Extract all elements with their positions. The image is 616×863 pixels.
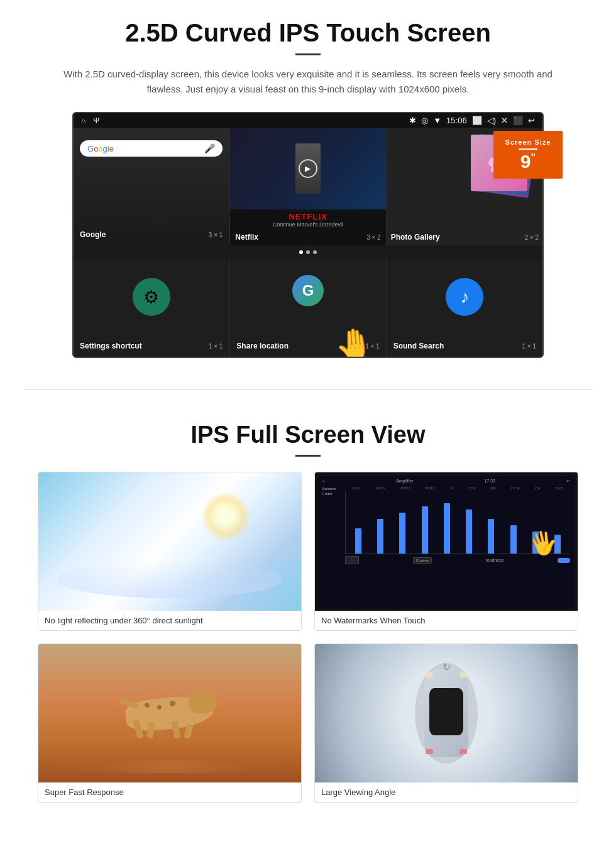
eq-toggle[interactable]: [558, 558, 570, 563]
app-cell-share-location[interactable]: G 🤚 Share location 1 × 1: [230, 259, 385, 357]
photo-gallery-app-size: 2 × 2: [524, 234, 539, 241]
status-bar: ⌂ Ψ ✱ ◎ ▼ 15:06 ⬜ ◁) ✕ ⬛ ↩: [74, 113, 542, 128]
volume-icon: ◁): [487, 116, 496, 125]
eq-title-text: Amplifier: [396, 479, 413, 484]
app-cell-sound-search[interactable]: ♪ Sound Search 1 × 1: [387, 259, 542, 357]
netflix-app-size: 3 × 2: [366, 234, 381, 241]
play-button[interactable]: ▶: [299, 159, 317, 178]
eq-screen: ⌂ Amplifier 17:33 ↩ Balance Fader 60hz10…: [319, 476, 574, 607]
google-logo: Google: [87, 144, 114, 153]
home-icon: ⌂: [81, 116, 85, 125]
app-cell-google[interactable]: Google 🎤 Google 3 × 1: [74, 128, 229, 245]
eq-bars: 🖐: [345, 491, 570, 554]
google-search-bar[interactable]: Google 🎤: [80, 140, 223, 157]
hand-icon: 🤚: [333, 325, 375, 358]
wifi-icon: ▼: [433, 116, 441, 125]
screen-size-badge: Screen Size 9": [493, 131, 563, 179]
feature-car: ↻ Large Viewing Angle: [314, 643, 578, 803]
app-grid-row2: ⚙ Settings shortcut 1 × 1 G 🤚 Share loca…: [74, 259, 542, 357]
dot-1: [299, 250, 303, 254]
settings-label-row: Settings shortcut 1 × 1: [80, 342, 223, 350]
eq-bar-7: [488, 519, 494, 554]
section-ips-fullscreen: IPS Full Screen View No light reflecting…: [0, 409, 616, 821]
dot-2: [306, 250, 310, 254]
photo-gallery-app-name: Photo Gallery: [391, 233, 440, 242]
netflix-subtitle: Continue Marvel's Daredevil: [235, 221, 380, 228]
eq-time: 17:33: [484, 479, 495, 484]
mic-icon: 🎤: [204, 143, 215, 153]
title-divider-2: [295, 455, 321, 457]
eq-bar-2: [377, 519, 383, 554]
eq-back-btn[interactable]: 〈←: [345, 556, 359, 564]
car-top-view: ↻: [412, 660, 481, 767]
cheetah-illustration: [113, 685, 226, 742]
netflix-app-name: Netflix: [235, 233, 258, 242]
netflix-logo: NETFLIX: [235, 212, 380, 221]
settings-icon: ⚙: [133, 278, 170, 316]
feature-equalizer: ⌂ Amplifier 17:33 ↩ Balance Fader 60hz10…: [314, 472, 578, 631]
app-cell-settings[interactable]: ⚙ Settings shortcut 1 × 1: [74, 259, 229, 357]
eq-loudness-label: loudness: [486, 558, 503, 562]
eq-bar-1: [355, 528, 361, 554]
usb-icon: Ψ: [93, 116, 99, 125]
title-divider: [295, 53, 321, 55]
eq-bar-3: [399, 513, 405, 554]
android-screen-mockup: ⌂ Ψ ✱ ◎ ▼ 15:06 ⬜ ◁) ✕ ⬛ ↩: [72, 112, 544, 358]
eq-bar-5: [444, 503, 450, 554]
back-icon: ↩: [528, 116, 535, 125]
eq-fader-label: Fader: [322, 491, 341, 496]
sunlight-image: [38, 472, 301, 611]
google-maps-icon: G: [292, 275, 324, 306]
badge-title: Screen Size: [500, 138, 556, 146]
touch-hand-icon: 🖐: [526, 527, 560, 560]
window-icon: ⬛: [513, 116, 523, 125]
netflix-info: NETFLIX Continue Marvel's Daredevil: [230, 209, 385, 231]
dot-3: [313, 250, 317, 254]
eq-home-icon: ⌂: [322, 479, 325, 484]
netflix-background: ▶: [230, 128, 385, 209]
location-icon: ◎: [421, 116, 428, 125]
status-bar-left: ⌂ Ψ: [81, 116, 99, 125]
google-label-row: Google 3 × 1: [80, 230, 223, 239]
google-app-size: 3 × 1: [209, 231, 223, 238]
app-cell-netflix[interactable]: ▶ NETFLIX Continue Marvel's Daredevil Ne…: [230, 128, 385, 245]
badge-size: 9": [500, 152, 556, 171]
eq-balance-label: Balance: [322, 486, 341, 491]
car-image: ↻: [315, 644, 578, 782]
eq-bar-6: [466, 509, 472, 554]
sunlight-caption: No light reflecting under 360° direct su…: [38, 611, 301, 630]
eq-status-bar: ⌂ Amplifier 17:33 ↩: [322, 479, 570, 484]
eq-frequency-labels: 60hz100hz200hz500hz 1k2.5k10k12.5k 15kSU…: [345, 486, 570, 490]
netflix-label-row: Netflix 3 × 2: [230, 231, 385, 245]
badge-divider: [519, 148, 537, 150]
cheetah-caption: Super Fast Response: [38, 782, 301, 802]
share-location-app-name: Share location: [236, 342, 289, 350]
sound-search-app-name: Sound Search: [393, 342, 444, 350]
google-app-name: Google: [80, 230, 106, 239]
section1-title: 2.5D Curved IPS Touch Screen: [38, 19, 578, 47]
clock: 15:06: [446, 116, 467, 125]
settings-app-name: Settings shortcut: [80, 342, 142, 350]
bluetooth-icon: ✱: [409, 116, 416, 125]
eq-bar-4: [422, 506, 428, 554]
eq-bar-8: [510, 525, 517, 554]
cheetah-image: [38, 644, 301, 782]
pagination-dots: [299, 248, 317, 257]
photo-gallery-label-row: Photo Gallery 2 × 2: [391, 233, 539, 242]
feature-sunlight: No light reflecting under 360° direct su…: [38, 472, 302, 631]
sound-search-icon: ♪: [446, 278, 483, 316]
equalizer-caption: No Watermarks When Touch: [315, 611, 578, 630]
equalizer-image: ⌂ Amplifier 17:33 ↩ Balance Fader 60hz10…: [315, 472, 578, 611]
status-bar-right: ✱ ◎ ▼ 15:06 ⬜ ◁) ✕ ⬛ ↩: [409, 116, 535, 125]
eq-custom-btn[interactable]: Custom: [413, 557, 432, 564]
close-icon: ✕: [501, 116, 508, 125]
settings-app-size: 1 × 1: [209, 343, 223, 350]
sun-rays: [201, 491, 251, 542]
app-grid-row1: Google 🎤 Google 3 × 1: [74, 128, 542, 245]
section2-title: IPS Full Screen View: [38, 421, 578, 448]
camera-icon: ⬜: [472, 116, 482, 125]
eq-back-icon: ↩: [566, 479, 570, 484]
section-divider-hr: [25, 389, 591, 390]
feature-cheetah: Super Fast Response: [38, 643, 302, 803]
rotation-arrow: ↻: [443, 661, 451, 673]
